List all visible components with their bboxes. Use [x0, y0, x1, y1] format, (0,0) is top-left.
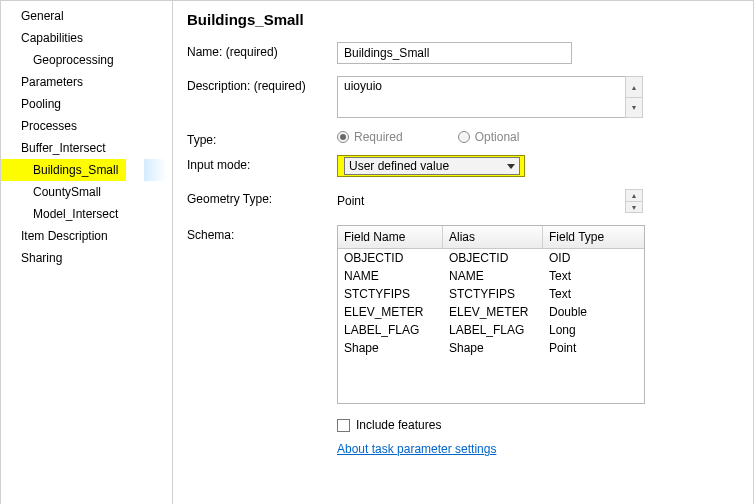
nav-tree: General Capabilities Geoprocessing Param… [0, 1, 173, 504]
type-optional-radio[interactable]: Optional [458, 130, 520, 144]
nav-item-pooling[interactable]: Pooling [1, 93, 172, 115]
nav-item-model-intersect[interactable]: Model_Intersect [1, 203, 172, 225]
schema-header-row: Field Name Alias Field Type [338, 226, 644, 249]
scroll-up-icon[interactable]: ▴ [626, 77, 642, 97]
schema-body: OBJECTIDOBJECTIDOID NAMENAMEText STCTYFI… [338, 249, 644, 403]
type-required-label: Required [354, 130, 403, 144]
step-up-icon[interactable]: ▴ [626, 190, 642, 201]
nav-item-parameters[interactable]: Parameters [1, 71, 172, 93]
name-label: Name: (required) [187, 42, 337, 59]
name-input[interactable] [337, 42, 572, 64]
radio-icon [458, 131, 470, 143]
description-textarea[interactable] [337, 76, 625, 118]
about-link[interactable]: About task parameter settings [337, 442, 496, 456]
nav-item-county-small[interactable]: CountySmall [1, 181, 172, 203]
chevron-down-icon [507, 164, 515, 169]
geometry-stepper: ▴ ▾ [625, 189, 643, 213]
geometry-type-value: Point [337, 194, 625, 208]
description-label: Description: (required) [187, 76, 337, 93]
nav-item-processes[interactable]: Processes [1, 115, 172, 137]
nav-item-buffer-intersect[interactable]: Buffer_Intersect [1, 137, 172, 159]
radio-icon [337, 131, 349, 143]
page-title: Buildings_Small [187, 11, 739, 28]
geometry-type-label: Geometry Type: [187, 189, 337, 206]
table-row[interactable]: LABEL_FLAGLABEL_FLAGLong [338, 321, 644, 339]
nav-item-buildings-small[interactable]: Buildings_Small [1, 159, 126, 181]
table-row[interactable]: ELEV_METERELEV_METERDouble [338, 303, 644, 321]
description-scroll: ▴ ▾ [625, 76, 643, 118]
nav-selection-highlight [144, 159, 172, 181]
type-label: Type: [187, 130, 337, 147]
include-features-checkbox[interactable] [337, 419, 350, 432]
type-required-radio[interactable]: Required [337, 130, 403, 144]
step-down-icon[interactable]: ▾ [626, 201, 642, 212]
scroll-down-icon[interactable]: ▾ [626, 97, 642, 117]
table-row[interactable]: NAMENAMEText [338, 267, 644, 285]
main-panel: Buildings_Small Name: (required) Descrip… [173, 1, 754, 504]
include-features-label: Include features [356, 418, 441, 432]
nav-item-geoprocessing[interactable]: Geoprocessing [1, 49, 172, 71]
schema-table: Field Name Alias Field Type OBJECTIDOBJE… [337, 225, 645, 404]
nav-item-general[interactable]: General [1, 5, 172, 27]
input-mode-select[interactable]: User defined value [337, 155, 525, 177]
input-mode-value: User defined value [349, 159, 449, 173]
type-optional-label: Optional [475, 130, 520, 144]
table-row[interactable]: STCTYFIPSSTCTYFIPSText [338, 285, 644, 303]
nav-item-capabilities[interactable]: Capabilities [1, 27, 172, 49]
nav-item-item-description[interactable]: Item Description [1, 225, 172, 247]
table-row[interactable]: OBJECTIDOBJECTIDOID [338, 249, 644, 267]
col-alias[interactable]: Alias [443, 226, 543, 248]
table-row[interactable]: ShapeShapePoint [338, 339, 644, 357]
schema-label: Schema: [187, 225, 337, 242]
col-field-name[interactable]: Field Name [338, 226, 443, 248]
col-field-type[interactable]: Field Type [543, 226, 643, 248]
input-mode-label: Input mode: [187, 155, 337, 172]
nav-item-sharing[interactable]: Sharing [1, 247, 172, 269]
table-empty-space [338, 357, 644, 403]
